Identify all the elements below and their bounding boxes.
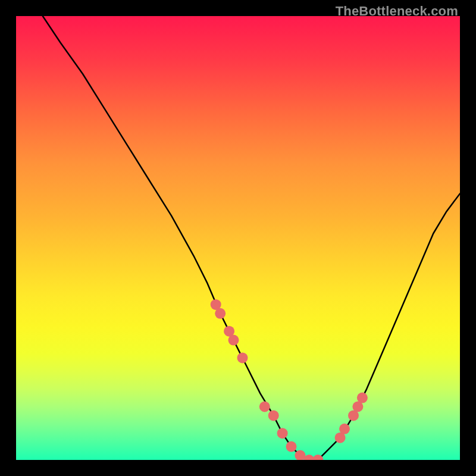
highlight-marker: [215, 308, 226, 319]
highlight-marker: [339, 424, 350, 434]
chart-svg: [16, 16, 460, 460]
highlight-marker: [286, 441, 297, 452]
highlight-marker: [268, 410, 279, 421]
highlight-marker: [237, 352, 248, 363]
bottleneck-curve: [43, 16, 460, 460]
highlight-marker: [259, 402, 270, 412]
highlight-marker: [228, 335, 239, 346]
chart-frame: TheBottleneck.com: [0, 0, 476, 476]
plot-area: [16, 16, 460, 460]
highlight-marker: [277, 428, 288, 439]
highlight-marker: [357, 393, 368, 403]
watermark-text: TheBottleneck.com: [336, 4, 458, 19]
